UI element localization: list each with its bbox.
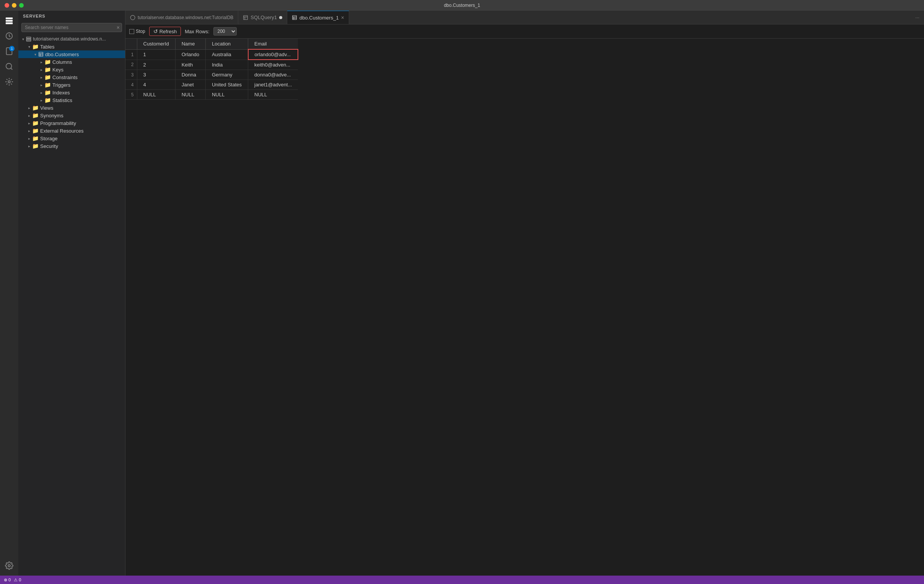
columns-arrow-icon: [38, 59, 45, 65]
cell-customerid-3[interactable]: 3: [137, 70, 175, 80]
table-row: 5 NULL NULL NULL NULL: [125, 90, 298, 100]
close-button[interactable]: [5, 3, 9, 8]
activity-bar: 1: [0, 11, 18, 576]
window-title: dbo.Customers_1: [444, 3, 480, 8]
constraints-folder-icon: 📁: [45, 74, 51, 80]
tables-arrow-icon: [26, 44, 32, 50]
statistics-label: Statistics: [53, 97, 72, 103]
synonyms-folder-icon: 📁: [32, 112, 39, 118]
svg-rect-16: [244, 15, 248, 20]
cell-name-5[interactable]: NULL: [175, 90, 205, 100]
table-tab-close[interactable]: ×: [341, 15, 344, 20]
app-container: 1 SERVERS × tutorialserver.database.wind…: [0, 11, 924, 576]
cell-name-1[interactable]: Orlando: [175, 49, 205, 59]
col-name: Name: [175, 39, 205, 49]
query-tab-label: SQLQuery1: [251, 15, 277, 20]
cell-email-5[interactable]: NULL: [248, 90, 298, 100]
cell-location-3[interactable]: Germany: [205, 70, 248, 80]
svg-rect-19: [292, 16, 297, 20]
col-email: Email: [248, 39, 298, 49]
tree-triggers[interactable]: 📁 Triggers: [18, 81, 125, 89]
cell-email-3[interactable]: donna0@adve...: [248, 70, 298, 80]
sidebar: SERVERS × tutorialserver.database.window…: [18, 11, 125, 576]
col-customerid: CustomerId: [137, 39, 175, 49]
tree-storage[interactable]: 📁 Storage: [18, 135, 125, 142]
toolbar: Stop ↺ Refresh Max Rows: 200 100 500 100…: [125, 25, 924, 39]
triggers-folder-icon: 📁: [45, 82, 51, 88]
warnings-status[interactable]: ⚠ 0: [14, 577, 21, 582]
search-input[interactable]: [21, 23, 122, 32]
tree-external-resources[interactable]: 📁 External Resources: [18, 127, 125, 135]
cell-location-2[interactable]: India: [205, 59, 248, 70]
cell-location-5[interactable]: NULL: [205, 90, 248, 100]
svg-line-5: [11, 68, 12, 69]
triggers-arrow-icon: [38, 82, 45, 88]
tree-statistics[interactable]: 📁 Statistics: [18, 96, 125, 104]
cell-email-4[interactable]: janet1@advent...: [248, 80, 298, 90]
warning-icon: ⚠: [14, 577, 18, 582]
svg-rect-0: [6, 18, 13, 20]
tree-security[interactable]: 📁 Security: [18, 142, 125, 150]
tab-more-button[interactable]: ···: [911, 11, 924, 24]
tree-indexes[interactable]: 📁 Indexes: [18, 89, 125, 96]
programmability-arrow-icon: [26, 120, 32, 126]
tab-bar: tutorialserver.database.windows.net:Tuto…: [125, 11, 924, 25]
document-badge: 1: [9, 46, 15, 51]
tree-programmability[interactable]: 📁 Programmability: [18, 119, 125, 127]
search-clear-icon[interactable]: ×: [117, 25, 120, 31]
cell-email-2[interactable]: keith0@adven...: [248, 59, 298, 70]
tree-keys[interactable]: 📁 Keys: [18, 66, 125, 73]
max-rows-select[interactable]: 200 100 500 1000: [213, 27, 237, 36]
cell-customerid-1[interactable]: 1: [137, 49, 175, 59]
errors-count: 0: [8, 577, 11, 582]
table-row: 2 2 Keith India keith0@adven...: [125, 59, 298, 70]
tree-views[interactable]: 📁 Views: [18, 104, 125, 112]
svg-rect-8: [26, 37, 31, 38]
cell-customerid-5[interactable]: NULL: [137, 90, 175, 100]
tree-columns[interactable]: 📁 Columns: [18, 58, 125, 66]
activity-servers[interactable]: [2, 14, 16, 28]
status-bar: ⊗ 0 ⚠ 0: [0, 576, 924, 584]
cell-name-3[interactable]: Donna: [175, 70, 205, 80]
maximize-button[interactable]: [19, 3, 24, 8]
settings-icon[interactable]: [2, 559, 16, 572]
table-row: 1 1 Orlando Australia orlando0@adv...: [125, 49, 298, 59]
cell-location-1[interactable]: Australia: [205, 49, 248, 59]
cell-location-4[interactable]: United States: [205, 80, 248, 90]
cell-customerid-4[interactable]: 4: [137, 80, 175, 90]
tree-constraints[interactable]: 📁 Constraints: [18, 73, 125, 81]
security-arrow-icon: [26, 143, 32, 149]
tree-tables[interactable]: 📁 Tables: [18, 43, 125, 51]
programmability-folder-icon: 📁: [32, 120, 39, 126]
cell-name-2[interactable]: Keith: [175, 59, 205, 70]
stop-checkbox[interactable]: [129, 29, 134, 34]
cell-name-4[interactable]: Janet: [175, 80, 205, 90]
synonyms-label: Synonyms: [40, 113, 63, 118]
svg-rect-1: [6, 20, 13, 22]
tab-server[interactable]: tutorialserver.database.windows.net:Tuto…: [125, 11, 238, 24]
stop-button[interactable]: Stop: [129, 29, 145, 34]
tab-query[interactable]: SQLQuery1: [238, 11, 287, 24]
customers-label: dbo.Customers: [45, 52, 79, 58]
statistics-folder-icon: 📁: [45, 97, 51, 103]
views-arrow-icon: [26, 105, 32, 111]
cell-customerid-2[interactable]: 2: [137, 59, 175, 70]
refresh-icon: ↺: [153, 28, 158, 35]
tree-synonyms[interactable]: 📁 Synonyms: [18, 112, 125, 119]
table-row: 3 3 Donna Germany donna0@adve...: [125, 70, 298, 80]
cell-email-1[interactable]: orlando0@adv...: [248, 49, 298, 59]
storage-folder-icon: 📁: [32, 135, 39, 141]
tables-folder-icon: 📁: [32, 44, 39, 50]
tab-table[interactable]: dbo.Customers_1 ×: [287, 11, 349, 24]
sidebar-header: SERVERS: [18, 11, 125, 21]
activity-history[interactable]: [2, 29, 16, 43]
minimize-button[interactable]: [12, 3, 16, 8]
activity-search[interactable]: [2, 59, 16, 73]
tree-table-customers[interactable]: dbo.Customers: [18, 51, 125, 58]
storage-arrow-icon: [26, 135, 32, 141]
activity-documents[interactable]: 1: [2, 44, 16, 58]
activity-extensions[interactable]: [2, 75, 16, 89]
tree-server[interactable]: tutorialserver.database.windows.n...: [18, 35, 125, 43]
refresh-button[interactable]: ↺ Refresh: [149, 27, 181, 36]
errors-status[interactable]: ⊗ 0: [4, 577, 11, 582]
